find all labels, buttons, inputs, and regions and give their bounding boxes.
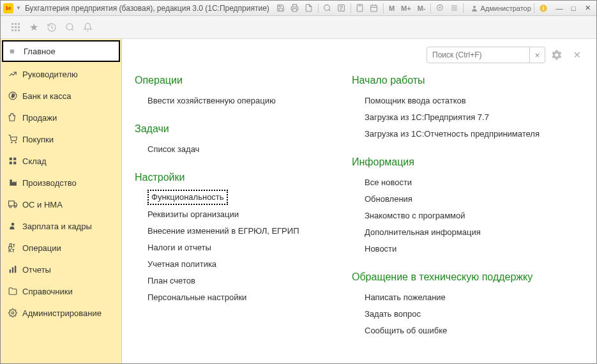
settings-gear-icon[interactable]	[549, 47, 564, 63]
title-toolbar: M M+ M- Администратор i	[275, 3, 550, 14]
sections-toolbar: ★	[1, 16, 596, 39]
svg-point-45	[11, 223, 15, 226]
current-user[interactable]: Администратор	[470, 4, 531, 13]
sidebar-item-admin[interactable]: Администрирование	[1, 302, 121, 324]
link-egrul[interactable]: Внесение изменений в ЕГРЮЛ, ЕГРИП	[147, 223, 326, 239]
link-import-reporting[interactable]: Загрузка из 1С:Отчетность предпринимател…	[365, 126, 569, 142]
link-updates[interactable]: Обновления	[365, 191, 569, 208]
sidebar-item-assets[interactable]: ОС и НМА	[1, 193, 121, 215]
zoom-icon[interactable]	[434, 3, 446, 14]
sidebar-item-reports[interactable]: Отчеты	[1, 259, 121, 280]
link-chart-of-accounts[interactable]: План счетов	[147, 273, 326, 289]
link-org-details[interactable]: Реквизиты организации	[147, 206, 326, 223]
search-clear-button[interactable]: ×	[529, 47, 545, 63]
svg-rect-28	[11, 29, 13, 31]
bell-icon[interactable]	[79, 19, 96, 36]
link-getting-to-know[interactable]: Знакомство с программой	[365, 208, 569, 224]
history-icon[interactable]	[43, 19, 61, 36]
sidebar-label: Производство	[22, 178, 77, 188]
sidebar-item-warehouse[interactable]: Склад	[1, 150, 121, 172]
maximize-button[interactable]: □	[567, 3, 580, 13]
favorites-icon[interactable]: ★	[25, 19, 43, 36]
svg-rect-24	[18, 23, 20, 25]
mem-mplus[interactable]: M+	[398, 4, 414, 12]
sidebar-item-bank[interactable]: ₽ Банк и касса	[1, 85, 121, 107]
save-icon[interactable]	[275, 3, 287, 14]
print-icon[interactable]	[289, 3, 301, 14]
sidebar-item-manager[interactable]: Руководителю	[1, 63, 121, 85]
link-write-suggestion[interactable]: Написать пожелание	[365, 289, 569, 306]
mem-m[interactable]: M	[386, 4, 397, 12]
section-title-getting-started: Начало работы	[352, 75, 569, 86]
person-salary-icon	[8, 222, 22, 231]
sidebar-item-payroll[interactable]: Зарплата и кадры	[1, 215, 121, 237]
sidebar-label: Банк и касса	[22, 91, 72, 101]
calculator-icon[interactable]	[354, 3, 367, 14]
link-additional-info[interactable]: Дополнительная информация	[365, 224, 569, 241]
sidebar-item-production[interactable]: Производство	[1, 172, 121, 193]
apps-grid-icon[interactable]	[7, 19, 25, 36]
factory-icon	[8, 178, 22, 187]
sidebar-item-purchases[interactable]: Покупки	[1, 128, 121, 150]
search-input[interactable]	[427, 50, 529, 59]
info-icon[interactable]: i	[537, 3, 550, 14]
link-enter-business-operation[interactable]: Ввести хозяйственную операцию	[147, 93, 326, 109]
document-icon[interactable]	[303, 3, 315, 14]
link-balance-assistant[interactable]: Помощник ввода остатков	[365, 93, 569, 109]
link-import-77[interactable]: Загрузка из 1С:Предприятия 7.7	[365, 109, 569, 126]
sidebar-item-catalogs[interactable]: Справочники	[1, 280, 121, 302]
sidebar-item-main[interactable]: ≡ Главное	[2, 40, 120, 62]
help-list-icon[interactable]	[448, 3, 460, 14]
svg-marker-42	[14, 203, 17, 206]
link-functionality[interactable]: Функциональность	[147, 190, 228, 205]
svg-line-32	[72, 29, 73, 31]
mem-mminus[interactable]: M-	[415, 4, 428, 12]
link-task-list[interactable]: Список задач	[147, 141, 326, 158]
sidebar-label: Покупки	[22, 135, 54, 144]
close-panel-button[interactable]: ✕	[571, 49, 584, 61]
svg-rect-0	[293, 9, 298, 11]
svg-rect-27	[18, 26, 20, 28]
svg-rect-9	[371, 5, 377, 11]
link-personal-settings[interactable]: Персональные настройки	[147, 289, 326, 306]
sidebar-item-operations[interactable]: ДтКт Операции	[1, 237, 121, 259]
sidebar-label: Продажи	[22, 113, 57, 123]
svg-text:i: i	[543, 5, 544, 11]
svg-point-35	[11, 142, 12, 143]
calendar-icon[interactable]	[368, 3, 381, 14]
body: ≡ Главное Руководителю ₽ Банк и касса Пр…	[1, 39, 596, 363]
link-all-news[interactable]: Все новости	[365, 174, 569, 191]
svg-point-43	[10, 206, 11, 208]
section-title-support: Обращение в техническую поддержку	[352, 271, 569, 283]
minimize-button[interactable]: —	[553, 3, 566, 13]
column-left: Операции Ввести хозяйственную операцию З…	[135, 75, 326, 353]
svg-rect-41	[9, 201, 15, 206]
link-accounting-policy[interactable]: Учетная политика	[147, 256, 326, 273]
window-controls: — □ ✕	[553, 3, 594, 13]
sidebar-label: Операции	[22, 243, 61, 253]
link-news[interactable]: Новости	[365, 241, 569, 257]
preview-icon[interactable]	[335, 3, 348, 14]
sidebar-label: Администрирование	[22, 308, 102, 318]
section-title-info: Информация	[352, 156, 569, 168]
link-taxes[interactable]: Налоги и отчеты	[147, 239, 326, 256]
svg-point-36	[15, 142, 16, 143]
svg-rect-39	[10, 162, 12, 164]
app-menu-dropdown[interactable]: ▼	[16, 5, 21, 11]
svg-rect-23	[15, 23, 17, 25]
search-icon[interactable]	[321, 3, 334, 14]
section-title-operations: Операции	[135, 75, 326, 86]
link-ask-question[interactable]: Задать вопрос	[365, 306, 569, 322]
search-toolbar-icon[interactable]	[61, 19, 79, 36]
search-box: ×	[427, 47, 545, 63]
close-button[interactable]: ✕	[581, 3, 594, 13]
svg-rect-26	[15, 26, 17, 28]
content-area: × ✕ Операции Ввести хозяйственную операц…	[122, 39, 596, 363]
ruble-icon: ₽	[8, 91, 22, 100]
link-report-bug[interactable]: Сообщить об ошибке	[365, 322, 569, 339]
app-logo-icon: 1c	[3, 3, 13, 13]
svg-rect-29	[15, 29, 17, 31]
boxes-icon	[8, 156, 22, 165]
sidebar-item-sales[interactable]: Продажи	[1, 107, 121, 128]
window-title: Бухгалтерия предприятия (базовая), редак…	[25, 4, 269, 13]
